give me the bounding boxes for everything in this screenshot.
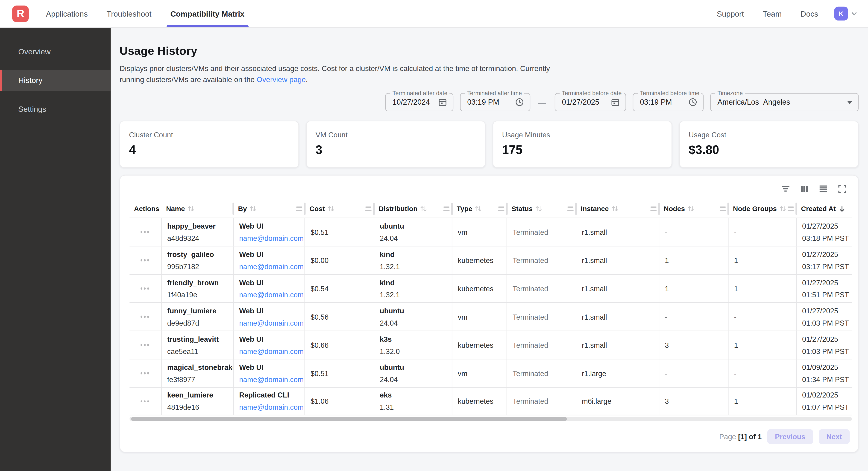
column-header-type[interactable]: Type <box>452 200 507 218</box>
column-resize-handle[interactable] <box>365 206 371 211</box>
column-header-distribution[interactable]: Distribution <box>374 200 452 218</box>
terminated-after-time-field[interactable]: Terminated after time 03:19 PM <box>460 93 530 111</box>
column-resize-handle[interactable] <box>567 206 574 211</box>
column-header-name[interactable]: Name <box>162 200 234 218</box>
cell-distribution: k3s1.32.0 <box>374 331 452 359</box>
column-header-by[interactable]: By <box>234 200 305 218</box>
row-actions-button[interactable] <box>140 342 150 348</box>
row-actions-button[interactable] <box>140 314 150 320</box>
cell-type: vm <box>452 218 507 246</box>
sidebar-item-overview[interactable]: Overview <box>0 41 111 62</box>
created-by-email-link[interactable]: name@domain.com <box>239 403 299 411</box>
cell-by: Web UIname@domain.com <box>234 246 305 274</box>
sort-icon <box>475 206 482 212</box>
replicated-logo[interactable]: R <box>12 5 29 22</box>
created-time: 01:07 PM PST <box>802 403 846 411</box>
account-menu-button[interactable]: K <box>834 7 857 21</box>
columns-icon[interactable] <box>799 183 810 194</box>
density-icon[interactable] <box>817 183 829 194</box>
column-separator <box>304 203 306 215</box>
column-header-instance[interactable]: Instance <box>576 200 659 218</box>
clock-icon[interactable] <box>509 97 524 107</box>
sidebar-item-history[interactable]: History <box>0 70 111 91</box>
cell-type: kubernetes <box>452 388 507 415</box>
stat-card-cluster-count: Cluster Count 4 <box>120 121 299 168</box>
terminated-before-date-field[interactable]: Terminated before date 01/27/2025 <box>555 93 626 111</box>
created-by-email-link[interactable]: name@domain.com <box>239 347 299 355</box>
status-badge: Terminated <box>513 256 570 264</box>
terminated-before-time-field[interactable]: Terminated before time 03:19 PM <box>633 93 704 111</box>
column-header-status[interactable]: Status <box>507 200 576 218</box>
horizontal-scrollbar[interactable] <box>129 417 852 421</box>
scrollbar-thumb[interactable] <box>131 417 567 421</box>
column-resize-handle[interactable] <box>651 206 656 211</box>
created-date: 01/27/2025 <box>802 222 846 230</box>
cell-nodes: - <box>659 359 728 387</box>
timezone-select[interactable]: Timezone America/Los_Angeles <box>710 93 859 111</box>
terminated-after-date-field[interactable]: Terminated after date 10/27/2024 <box>385 93 454 111</box>
column-separator <box>506 203 507 215</box>
column-header-cost[interactable]: Cost <box>305 200 374 218</box>
cell-name: happy_beavera48d9324 <box>162 218 234 246</box>
overview-page-link[interactable]: Overview page <box>257 75 306 84</box>
nodes-value: 3 <box>665 341 722 349</box>
distribution-version: 1.31 <box>380 403 446 411</box>
cell-actions <box>129 359 161 387</box>
cell-name: frosty_galileo995b7182 <box>162 246 234 274</box>
cell-node-groups: 1 <box>728 246 797 274</box>
cluster-id: 4819de16 <box>167 403 227 411</box>
status-badge: Terminated <box>513 397 570 405</box>
cell-name: funny_lumierede9ed87d <box>162 303 234 330</box>
tab-applications[interactable]: Applications <box>37 0 97 27</box>
nav-link-support[interactable]: Support <box>707 9 753 18</box>
row-actions-button[interactable] <box>140 257 150 263</box>
column-resize-handle[interactable] <box>498 206 504 211</box>
previous-page-button[interactable]: Previous <box>767 429 813 444</box>
created-by-email-link[interactable]: name@domain.com <box>239 375 299 383</box>
created-by-email-link[interactable]: name@domain.com <box>239 234 299 242</box>
field-label: Terminated after date <box>390 90 450 96</box>
sort-icon <box>535 206 542 212</box>
tab-compatibility-matrix[interactable]: Compatibility Matrix <box>161 0 254 27</box>
cell-created-at: 01/27/202501:51 PM PST <box>797 275 852 302</box>
created-by-email-link[interactable]: name@domain.com <box>239 262 299 270</box>
column-resize-handle[interactable] <box>788 206 794 211</box>
calendar-icon[interactable] <box>432 97 447 107</box>
tab-troubleshoot[interactable]: Troubleshoot <box>97 0 161 27</box>
row-actions-button[interactable] <box>140 229 150 235</box>
cell-by: Replicated CLIname@domain.com <box>234 388 305 415</box>
created-by-email-link[interactable]: name@domain.com <box>239 290 299 299</box>
row-actions-button[interactable] <box>140 398 150 404</box>
fullscreen-icon[interactable] <box>836 183 847 194</box>
column-resize-handle[interactable] <box>720 206 726 211</box>
column-header-created-at[interactable]: Created At <box>797 200 852 218</box>
created-date: 01/02/2025 <box>802 391 846 400</box>
column-resize-handle[interactable] <box>296 206 302 211</box>
row-actions-button[interactable] <box>140 370 150 376</box>
nav-link-team[interactable]: Team <box>753 9 791 18</box>
created-date: 01/27/2025 <box>802 335 846 344</box>
column-header-nodes[interactable]: Nodes <box>659 200 728 218</box>
range-separator: — <box>536 98 548 107</box>
created-by-source: Replicated CLI <box>239 391 299 400</box>
nav-link-docs[interactable]: Docs <box>791 9 828 18</box>
cell-nodes: 3 <box>659 388 728 415</box>
cell-node-groups: - <box>728 218 797 246</box>
column-resize-handle[interactable] <box>443 206 450 211</box>
created-by-email-link[interactable]: name@domain.com <box>239 319 299 327</box>
field-value: 03:19 PM <box>640 98 672 106</box>
clock-icon[interactable] <box>683 97 698 107</box>
column-header-node-groups[interactable]: Node Groups <box>728 200 797 218</box>
next-page-button[interactable]: Next <box>819 429 850 444</box>
filter-icon[interactable] <box>780 183 791 194</box>
row-actions-button[interactable] <box>140 285 150 292</box>
cell-distribution: kind1.32.1 <box>374 275 452 302</box>
cell-node-groups: 1 <box>728 331 797 359</box>
stat-value: 175 <box>502 143 663 157</box>
sidebar-item-settings[interactable]: Settings <box>0 99 111 120</box>
cell-type: kubernetes <box>452 246 507 274</box>
calendar-icon[interactable] <box>605 97 620 107</box>
column-label: Name <box>166 205 185 213</box>
column-label: Status <box>512 205 533 213</box>
cell-node-groups: 1 <box>728 275 797 302</box>
